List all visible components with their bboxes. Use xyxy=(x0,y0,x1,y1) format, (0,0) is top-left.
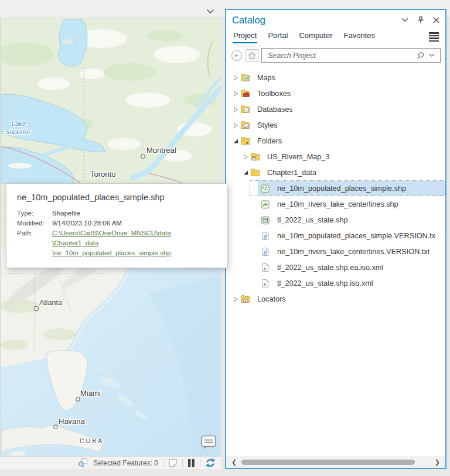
tree-item-label: ne_10m_rivers_lake_centerlines.shp xyxy=(277,200,398,208)
tree-item-locators[interactable]: Locators xyxy=(226,291,445,307)
pane-close-icon[interactable] xyxy=(433,17,439,23)
tree-item-label: Styles xyxy=(257,121,278,129)
folder-locators-icon xyxy=(240,294,251,304)
shp-line-icon xyxy=(260,199,271,209)
horizontal-scrollbar: ❮ ❯ xyxy=(226,456,445,468)
folder-databases-icon xyxy=(240,104,251,114)
expander-collapsed-icon[interactable] xyxy=(231,296,240,302)
tooltip-type-value: Shapefile xyxy=(52,208,216,218)
shp-polygon-icon xyxy=(260,215,271,225)
file-txt-icon xyxy=(260,246,271,256)
tab-favorites[interactable]: Favorites xyxy=(343,30,376,43)
tree-item-toolboxes[interactable]: Toolboxes xyxy=(226,85,445,101)
tree-item-label: Databases xyxy=(257,105,293,114)
tree-item-label: ne_10m_populated_places_simple.shp xyxy=(277,184,406,193)
tree-item-label: ne_10m_rivers_lake_centerlines.VERSION.t… xyxy=(277,248,429,256)
tree-item-label: Locators xyxy=(257,295,286,303)
collapse-chevron-icon[interactable] xyxy=(206,6,214,16)
tab-computer[interactable]: Computer xyxy=(298,30,333,43)
statusbar-separator xyxy=(163,459,163,467)
expander-collapsed-icon[interactable] xyxy=(231,107,240,112)
statusbar-separator xyxy=(182,459,183,467)
scrollbar-thumb[interactable] xyxy=(241,460,415,465)
expander-expanded-icon[interactable] xyxy=(241,170,250,176)
folder-plain-icon xyxy=(250,167,261,177)
catalog-tree: MapsToolboxesDatabasesStylesFoldersUS_Ri… xyxy=(226,66,445,456)
tree-item-label: Chapter1_data xyxy=(267,169,316,177)
search-box xyxy=(261,48,441,63)
selected-features-count: Selected Features: 0 xyxy=(93,459,158,467)
catalog-tabs: Project Portal Computer Favorites xyxy=(226,30,445,46)
tree-item-databases[interactable]: Databases xyxy=(226,101,445,117)
catalog-search-row xyxy=(226,46,445,65)
tree-item-label: Maps xyxy=(257,74,275,82)
tab-project[interactable]: Project xyxy=(233,30,257,43)
search-dropdown-chevron-icon[interactable] xyxy=(427,53,437,57)
tree-item-folders[interactable]: Folders xyxy=(226,133,445,149)
tree-item-us-rivers-map-3[interactable]: US_Rivers_Map_3 xyxy=(226,149,445,165)
tree-item-label: tl_2022_us_state.shp.ea.iso.xml xyxy=(277,263,383,272)
pane-title: Catalog xyxy=(232,15,265,26)
tooltip-modified-value: 9/14/2023 10:28:06 AM xyxy=(52,218,216,228)
search-icon[interactable] xyxy=(414,52,427,60)
expander-collapsed-icon[interactable] xyxy=(231,122,240,128)
tree-item-ne-10m-rivers-lake-centerlines-shp[interactable]: ne_10m_rivers_lake_centerlines.shp xyxy=(226,196,445,212)
tree-item-label: Folders xyxy=(257,137,282,145)
tooltip-path-link-line1[interactable]: C:\Users\CarlS\OneDrive_MNSCU\data xyxy=(52,228,216,238)
tree-item-styles[interactable]: Styles xyxy=(226,117,445,133)
shp-point-icon xyxy=(260,183,271,193)
map-label-lake-superior-1: Lake xyxy=(12,120,26,127)
folder-root-icon xyxy=(240,136,251,146)
file-txt-icon xyxy=(260,231,271,241)
tree-item-chapter1-data[interactable]: Chapter1_data xyxy=(226,165,445,180)
item-tooltip: ne_10m_populated_places_simple.shp Type:… xyxy=(6,183,227,268)
tree-item-label: tl_2022_us_state.shp.iso.xml xyxy=(277,279,373,287)
tab-portal[interactable]: Portal xyxy=(267,30,288,43)
tree-item-label: tl_2022_us_state.shp xyxy=(277,216,348,224)
scroll-right-icon[interactable]: ❯ xyxy=(434,459,441,465)
expander-expanded-icon[interactable] xyxy=(231,138,240,144)
expander-collapsed-icon[interactable] xyxy=(241,154,250,160)
pause-drawing-icon[interactable] xyxy=(188,458,195,468)
menu-icon[interactable] xyxy=(429,30,439,42)
tooltip-modified-label: Modified: xyxy=(17,218,52,228)
file-xml-icon: x xyxy=(260,262,271,272)
selection-constraint-icon[interactable] xyxy=(168,458,178,468)
tree-item-ne-10m-populated-places-simple-shp[interactable]: ne_10m_populated_places_simple.shp xyxy=(226,180,445,196)
expander-collapsed-icon[interactable] xyxy=(231,91,240,97)
map-label-atlanta: Atlanta xyxy=(39,299,62,307)
svg-text:x: x xyxy=(263,265,267,271)
svg-text:x: x xyxy=(263,281,267,287)
folder-home-icon xyxy=(250,152,261,162)
tree-item-tl-2022-us-state-shp-ea-iso-xml[interactable]: xtl_2022_us_state.shp.ea.iso.xml xyxy=(226,259,445,275)
selected-features-icon xyxy=(78,458,88,468)
back-button[interactable] xyxy=(231,50,243,61)
home-button[interactable] xyxy=(246,49,258,62)
tooltip-type-label: Type: xyxy=(17,208,52,218)
map-label-miami: Miami xyxy=(80,389,101,398)
tooltip-path-link-line3[interactable]: \ne_10m_populated_places_simple.shp xyxy=(52,248,216,258)
tooltip-title: ne_10m_populated_places_simple.shp xyxy=(17,193,216,202)
tree-item-label: ne_10m_populated_places_simple.VERSION.t… xyxy=(277,232,435,240)
scroll-left-icon[interactable]: ❮ xyxy=(230,459,238,465)
tooltip-path-link-line2[interactable]: \Chapter1_data xyxy=(52,238,216,248)
tree-item-tl-2022-us-state-shp[interactable]: tl_2022_us_state.shp xyxy=(226,212,445,228)
catalog-pane-header: Catalog xyxy=(226,10,445,30)
tree-item-ne-10m-rivers-lake-centerlines-version-txt[interactable]: ne_10m_rivers_lake_centerlines.VERSION.t… xyxy=(226,244,445,259)
refresh-icon[interactable] xyxy=(205,458,216,468)
map-label-lake-superior-2: Superior xyxy=(5,128,31,135)
map-label-havana: Havana xyxy=(59,417,86,426)
tree-item-tl-2022-us-state-shp-iso-xml[interactable]: xtl_2022_us_state.shp.iso.xml xyxy=(226,275,445,291)
tree-item-label: Toolboxes xyxy=(257,90,291,98)
pane-pin-icon[interactable] xyxy=(417,16,424,24)
search-input[interactable] xyxy=(267,51,414,60)
file-xml-icon: x xyxy=(260,278,271,288)
tree-item-maps[interactable]: Maps xyxy=(226,70,445,85)
pane-menu-chevron-icon[interactable] xyxy=(401,18,408,22)
tree-item-ne-10m-populated-places-simple-version-tx[interactable]: ne_10m_populated_places_simple.VERSION.t… xyxy=(226,228,445,244)
expander-collapsed-icon[interactable] xyxy=(231,75,240,81)
home-icon xyxy=(248,52,256,59)
tooltip-path-label: Path: xyxy=(17,228,52,258)
statusbar-separator xyxy=(200,459,200,467)
catalog-pane: Catalog Project Portal Computer Favorite… xyxy=(225,9,446,469)
